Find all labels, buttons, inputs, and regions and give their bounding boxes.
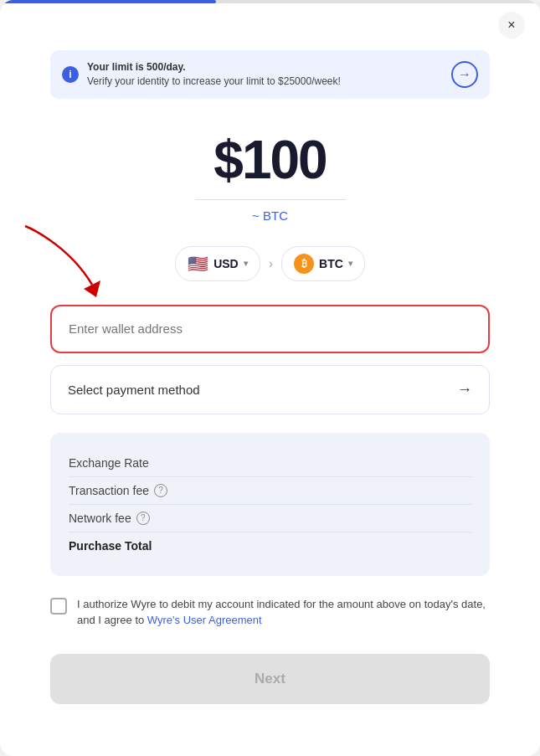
- exchange-rate-label: Exchange Rate: [69, 456, 149, 470]
- transaction-fee-label: Transaction fee: [69, 484, 149, 497]
- btc-chevron-icon: ▾: [348, 259, 352, 268]
- purchase-total-row: Purchase Total: [69, 532, 471, 559]
- currency-arrow-icon: ›: [269, 256, 273, 271]
- progress-bar-fill: [0, 0, 216, 3]
- amount-value: $100: [0, 129, 540, 191]
- currency-from-selector[interactable]: 🇺🇸 USD ▾: [175, 246, 260, 281]
- authorize-text-content: I authorize Wyre to debit my account ind…: [77, 598, 486, 627]
- info-banner-text: Your limit is 500/day. Verify your ident…: [87, 60, 443, 89]
- usd-chevron-icon: ▾: [244, 259, 248, 268]
- authorize-checkbox[interactable]: [50, 598, 67, 615]
- modal-container: × i Your limit is 500/day. Verify your i…: [0, 0, 540, 756]
- usd-code-label: USD: [213, 257, 239, 270]
- transaction-fee-row: Transaction fee ?: [69, 477, 471, 505]
- usd-flag-icon: 🇺🇸: [188, 254, 208, 274]
- wallet-input-wrapper: [50, 305, 490, 353]
- currency-to-selector[interactable]: ₿ BTC ▾: [281, 246, 365, 281]
- banner-arrow-button[interactable]: →: [451, 61, 478, 88]
- purchase-total-label: Purchase Total: [69, 539, 152, 553]
- wallet-address-input[interactable]: [69, 321, 471, 336]
- user-agreement-link[interactable]: Wyre's User Agreement: [147, 614, 262, 626]
- main-content: Select payment method → Exchange Rate Tr…: [0, 305, 540, 704]
- currency-selector: 🇺🇸 USD ▾ › ₿ BTC ▾: [0, 246, 540, 281]
- transaction-fee-help-icon[interactable]: ?: [154, 484, 167, 497]
- banner-line2: Verify your identity to increase your li…: [87, 75, 341, 87]
- next-button[interactable]: Next: [50, 654, 490, 704]
- network-fee-help-icon[interactable]: ?: [136, 512, 150, 525]
- btc-code-label: BTC: [319, 257, 343, 270]
- fees-box: Exchange Rate Transaction fee ? Network …: [50, 433, 490, 576]
- payment-method-label: Select payment method: [68, 383, 200, 397]
- progress-bar-container: [0, 0, 540, 3]
- payment-arrow-icon: →: [457, 381, 472, 399]
- network-fee-row: Network fee ?: [69, 505, 471, 532]
- info-icon: i: [62, 66, 79, 83]
- banner-line1: Your limit is 500/day.: [87, 60, 443, 75]
- amount-display: $100 ~ BTC: [0, 129, 540, 223]
- close-button[interactable]: ×: [498, 12, 525, 39]
- amount-divider: [195, 199, 346, 200]
- authorize-row: I authorize Wyre to debit my account ind…: [50, 596, 490, 629]
- amount-btc-label: ~ BTC: [0, 208, 540, 223]
- svg-marker-0: [84, 280, 100, 297]
- info-banner: i Your limit is 500/day. Verify your ide…: [50, 50, 490, 99]
- exchange-rate-row: Exchange Rate: [69, 450, 471, 477]
- btc-icon: ₿: [294, 254, 314, 274]
- authorize-text: I authorize Wyre to debit my account ind…: [77, 596, 490, 629]
- payment-method-row[interactable]: Select payment method →: [50, 365, 490, 414]
- network-fee-label: Network fee: [69, 512, 131, 525]
